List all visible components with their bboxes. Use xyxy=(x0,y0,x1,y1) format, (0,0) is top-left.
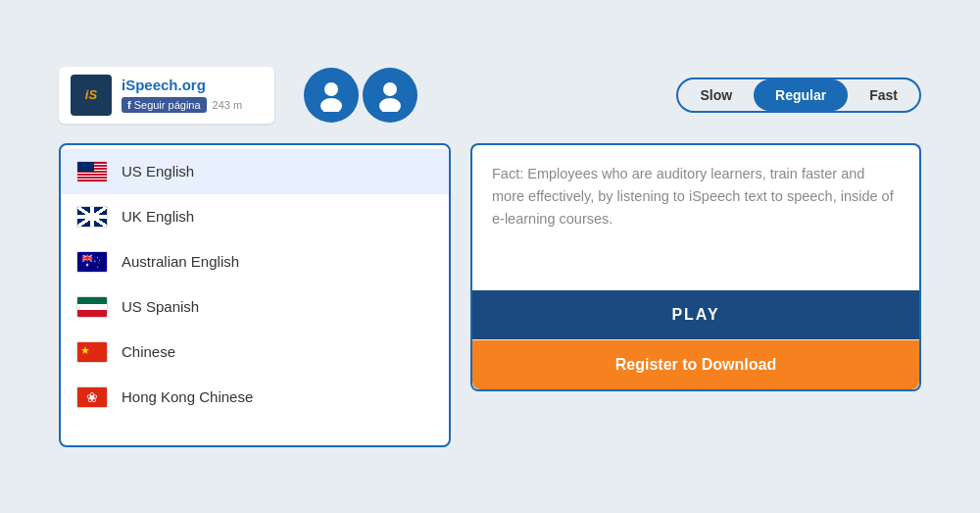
brand-info: iSpeech.org f Seguir página 243 m xyxy=(122,77,242,113)
lang-item-chinese[interactable]: Chinese xyxy=(61,330,449,375)
lang-item-us-english[interactable]: US English xyxy=(61,149,449,194)
flag-uk xyxy=(76,206,108,228)
speed-controls: Slow Regular Fast xyxy=(676,77,921,113)
flag-es xyxy=(76,296,108,318)
action-buttons: PLAY Register to Download xyxy=(470,290,921,391)
play-button[interactable]: PLAY xyxy=(472,290,919,339)
brand-logo: iS xyxy=(71,75,112,116)
right-panel: Fact: Employees who are auditory learner… xyxy=(470,143,921,391)
lang-label-uk-english: UK English xyxy=(122,208,194,225)
svg-point-2 xyxy=(383,82,397,96)
facebook-icon: f xyxy=(127,99,131,111)
fb-follow-label: Seguir página xyxy=(134,99,201,111)
avatar-icons xyxy=(304,68,417,123)
fb-follow-button[interactable]: f Seguir página xyxy=(122,97,207,113)
language-list[interactable]: US English UK English Australian English… xyxy=(61,145,449,445)
register-button[interactable]: Register to Download xyxy=(472,340,919,389)
flag-hk xyxy=(76,386,108,408)
brand-name: iSpeech.org xyxy=(122,77,242,93)
fb-time: 243 m xyxy=(213,99,243,111)
speed-slow-button[interactable]: Slow xyxy=(678,79,754,111)
svg-point-3 xyxy=(379,98,401,112)
speed-regular-button[interactable]: Regular xyxy=(754,79,848,111)
lang-label-australian-english: Australian English xyxy=(122,253,239,270)
lang-label-chinese: Chinese xyxy=(122,343,175,360)
brand-fb-row: f Seguir página 243 m xyxy=(122,97,242,113)
lang-label-us-english: US English xyxy=(122,163,194,180)
flag-au xyxy=(76,251,108,273)
svg-point-1 xyxy=(320,98,342,112)
avatar-male xyxy=(363,68,417,123)
lang-item-uk-english[interactable]: UK English xyxy=(61,194,449,239)
svg-point-0 xyxy=(324,82,338,96)
speed-fast-button[interactable]: Fast xyxy=(848,79,919,111)
fact-box: Fact: Employees who are auditory learner… xyxy=(470,143,921,290)
language-panel: US English UK English Australian English… xyxy=(59,143,451,447)
flag-cn xyxy=(76,341,108,363)
lang-item-us-spanish[interactable]: US Spanish xyxy=(61,284,449,330)
header: iS iSpeech.org f Seguir página 243 m xyxy=(59,67,921,124)
lang-item-australian-english[interactable]: Australian English xyxy=(61,239,449,284)
brand-card: iS iSpeech.org f Seguir página 243 m xyxy=(59,67,274,124)
avatar-female xyxy=(304,68,359,123)
main-content: US English UK English Australian English… xyxy=(59,143,921,447)
fact-text: Fact: Employees who are auditory learner… xyxy=(492,163,900,231)
flag-us xyxy=(76,161,108,182)
lang-item-hong-kong-chinese[interactable]: Hong Kong Chinese xyxy=(61,375,449,420)
lang-label-us-spanish: US Spanish xyxy=(122,298,199,315)
lang-label-hong-kong-chinese: Hong Kong Chinese xyxy=(122,388,253,405)
